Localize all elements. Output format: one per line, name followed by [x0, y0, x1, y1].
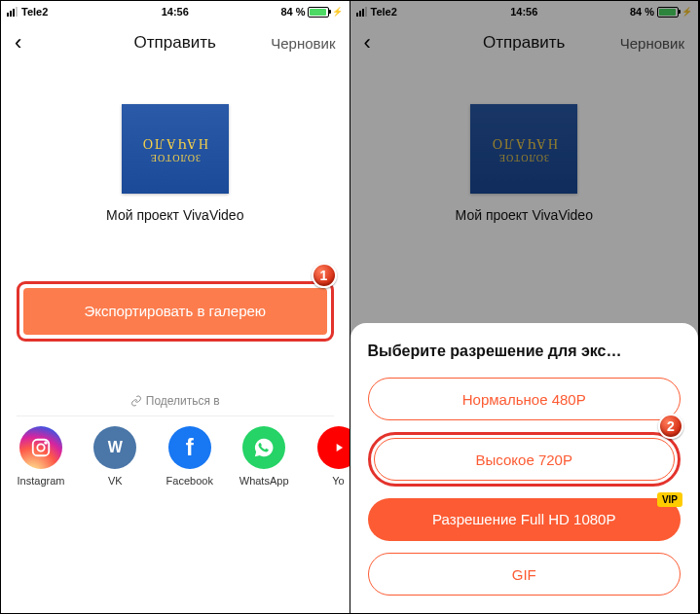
share-label: Instagram: [9, 475, 73, 487]
export-highlight: Экспортировать в галерею 1: [17, 281, 334, 342]
status-bar: Tele2 14:56 84 % ⚡: [1, 1, 350, 22]
resolution-sheet: Выберите разрешение для экс… Нормальное …: [350, 323, 699, 613]
share-label: WhatsApp: [232, 475, 296, 487]
sheet-title: Выберите разрешение для экс…: [368, 343, 682, 360]
resolution-1080p-button[interactable]: Разрешение Full HD 1080P: [368, 498, 682, 541]
share-label: Yo: [307, 475, 350, 487]
clock: 14:56: [1, 6, 350, 18]
youtube-icon: [317, 426, 350, 469]
project-preview: НАЧАЛО ЗОЛОТОЕ Мой проект VivaVideo: [1, 104, 350, 223]
facebook-icon: f: [168, 426, 211, 469]
instagram-icon: [19, 426, 62, 469]
svg-point-1: [37, 444, 44, 451]
vk-icon: W: [93, 426, 136, 469]
resolution-720p-highlight: Высокое 720P 2: [368, 432, 682, 487]
share-instagram[interactable]: Instagram: [9, 426, 73, 487]
nav-header: ‹ Отправить Черновик: [1, 22, 350, 63]
whatsapp-icon: [242, 426, 285, 469]
svg-point-2: [45, 442, 47, 444]
share-section: Поделиться в Instagram W VK f Facebook: [1, 394, 350, 487]
share-label: Facebook: [158, 475, 222, 487]
step-badge-2: 2: [658, 414, 683, 439]
share-vk[interactable]: W VK: [83, 426, 147, 487]
project-thumbnail[interactable]: НАЧАЛО ЗОЛОТОЕ: [122, 104, 229, 194]
link-icon: [130, 395, 142, 407]
page-title: Отправить: [1, 33, 350, 53]
phone-screen-right: Tele2 14:56 84 % ⚡ ‹ Отправить Черновик …: [350, 1, 700, 613]
battery-icon: [308, 7, 329, 18]
share-youtube[interactable]: Yo: [307, 426, 350, 487]
share-whatsapp[interactable]: WhatsApp: [232, 426, 296, 487]
resolution-gif-button[interactable]: GIF: [368, 553, 682, 596]
export-to-gallery-button[interactable]: Экспортировать в галерею: [23, 288, 327, 335]
vip-badge: VIP: [657, 492, 682, 507]
step-badge-1: 1: [312, 263, 337, 288]
resolution-720p-button[interactable]: Высокое 720P: [374, 438, 676, 481]
share-header: Поделиться в: [17, 394, 334, 416]
share-label: VK: [83, 475, 147, 487]
share-facebook[interactable]: f Facebook: [158, 426, 222, 487]
project-name: Мой проект VivaVideo: [1, 207, 350, 223]
phone-screen-left: Tele2 14:56 84 % ⚡ ‹ Отправить Черновик …: [1, 1, 350, 613]
resolution-480p-button[interactable]: Нормальное 480P: [368, 378, 682, 420]
